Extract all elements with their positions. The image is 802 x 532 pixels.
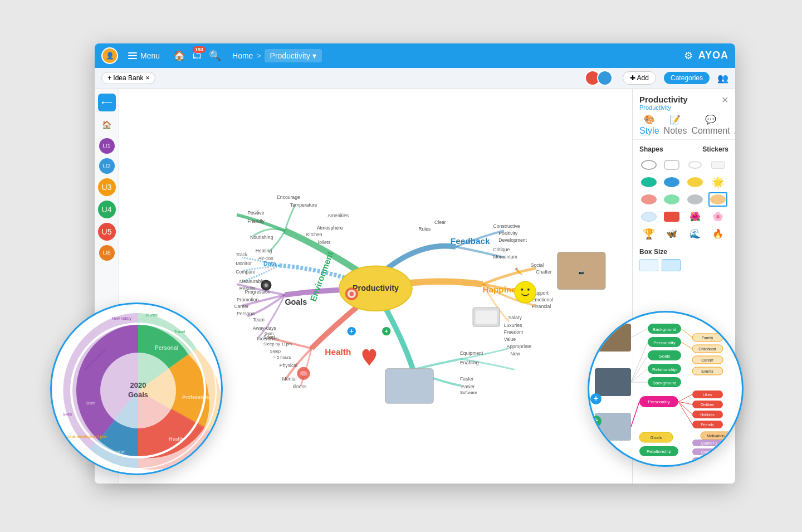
user-avatar-top[interactable]: 👤 xyxy=(101,47,118,64)
right-detail-svg: Background Personality Goals Relationshi… xyxy=(589,313,744,467)
svg-text:🧠: 🧠 xyxy=(300,370,308,378)
breadcrumb-current[interactable]: Productivity ▾ xyxy=(265,49,322,62)
svg-text:Travel: Travel xyxy=(174,330,185,334)
shape-teal-oval[interactable] xyxy=(639,175,658,189)
sidebar-home-icon[interactable]: 🏠 xyxy=(98,116,116,134)
sidebar-avatar-3[interactable]: U3 xyxy=(98,178,116,196)
svg-text:Equipment: Equipment xyxy=(460,350,483,355)
svg-text:Promotion: Promotion xyxy=(237,296,259,302)
home-nav-icon[interactable]: 🏠 xyxy=(173,50,185,62)
tab-comment[interactable]: 💬 Comment xyxy=(691,114,730,136)
shape-blue-oval[interactable] xyxy=(662,175,681,189)
svg-text:Dislikes: Dislikes xyxy=(701,403,715,407)
tasks-nav-icon[interactable]: 🗂 193 xyxy=(192,50,202,61)
svg-text:Enabling: Enabling xyxy=(460,360,479,365)
svg-text:Personality: Personality xyxy=(648,399,670,404)
sidebar-avatar-4[interactable]: U4 xyxy=(98,201,116,218)
svg-text:Compare: Compare xyxy=(236,269,256,274)
shape-pink-oval[interactable] xyxy=(639,192,658,207)
tab-notes-label: Notes xyxy=(664,126,687,136)
shape-oval-outline-3[interactable] xyxy=(686,158,705,172)
breadcrumb-home[interactable]: Home xyxy=(232,51,253,60)
search-nav-icon[interactable]: 🔍 xyxy=(209,50,221,62)
svg-text:> 5 hours: > 5 hours xyxy=(273,355,291,360)
svg-line-157 xyxy=(678,402,692,404)
shape-oval-4[interactable] xyxy=(708,158,727,172)
shape-sticker-3[interactable]: 🌸 xyxy=(708,209,727,224)
svg-text:Health: Health xyxy=(325,346,351,356)
svg-text:Appropriate: Appropriate xyxy=(507,344,532,349)
secondary-user-icon[interactable]: 👥 xyxy=(717,73,728,84)
svg-text:Illness: Illness xyxy=(293,384,306,389)
svg-text:Amenities: Amenities xyxy=(327,213,349,218)
shape-green-oval[interactable] xyxy=(662,192,681,207)
shape-red-rect[interactable] xyxy=(662,209,681,224)
sidebar-avatar-6[interactable]: U6 xyxy=(99,245,115,261)
panel-title: Productivity xyxy=(639,95,728,104)
sidebar-avatar-5[interactable]: U5 xyxy=(98,223,116,241)
breadcrumb: Home > Productivity ▾ xyxy=(232,49,322,62)
panel-tabs: 🎨 Style 📝 Notes 💬 Comment 📎 xyxy=(639,114,728,136)
style-icon: 🎨 xyxy=(644,114,655,125)
shape-oval-outline[interactable] xyxy=(639,158,658,172)
shape-sticker-2[interactable]: 🌺 xyxy=(686,209,705,224)
svg-point-69 xyxy=(527,288,530,290)
svg-text:Freedom: Freedom xyxy=(504,329,524,335)
settings-icon[interactable]: ⚙ xyxy=(684,50,693,62)
shapes-grid: 🌟 xyxy=(639,158,728,241)
shape-sticker-5[interactable]: 🦋 xyxy=(662,227,681,241)
svg-text:Critique: Critique xyxy=(493,246,510,252)
svg-text:Nourishing: Nourishing xyxy=(250,234,273,240)
svg-line-156 xyxy=(678,394,692,402)
svg-text:Easier: Easier xyxy=(461,384,475,389)
svg-text:Mental: Mental xyxy=(282,375,297,381)
add-button[interactable]: ✚ Add xyxy=(623,71,656,85)
svg-text:Development: Development xyxy=(498,237,527,243)
collaborator-avatars xyxy=(585,70,613,86)
svg-text:Personality: Personality xyxy=(653,340,676,345)
sidebar-nav-icon[interactable]: ⟵ xyxy=(98,94,116,111)
sidebar-avatar-1[interactable]: U1 xyxy=(99,138,115,154)
sidebar-avatar-2[interactable]: U2 xyxy=(99,158,115,174)
shape-peach-oval[interactable] xyxy=(708,192,727,207)
svg-text:Family: Family xyxy=(702,336,713,340)
app-wrapper: 👤 Menu 🏠 🗂 193 🔍 Home > Productiv xyxy=(50,27,752,506)
svg-text:Social: Social xyxy=(531,262,544,268)
shape-gray-oval[interactable] xyxy=(686,192,705,207)
shape-sticker-7[interactable]: 🔥 xyxy=(708,227,727,241)
menu-label: Menu xyxy=(140,51,160,60)
tab-attach-label: Attach xyxy=(735,126,735,136)
svg-rect-74 xyxy=(385,368,433,403)
tab-comment-label: Comment xyxy=(691,126,730,136)
left-circle-overlay: 2020 Goals Personal Professional Health … xyxy=(50,302,223,475)
menu-button[interactable]: Menu xyxy=(124,49,164,62)
tab-style[interactable]: 🎨 Style xyxy=(639,114,659,136)
tab-style-label: Style xyxy=(639,126,659,136)
box-size-medium[interactable] xyxy=(662,259,681,271)
svg-text:Positivity: Positivity xyxy=(498,230,518,236)
tab-attach[interactable]: 📎 Attach xyxy=(735,114,735,136)
svg-text:Quarter 1: Quarter 1 xyxy=(701,441,717,446)
svg-text:Positive: Positive xyxy=(247,210,264,216)
shape-light-blue[interactable] xyxy=(639,209,658,224)
svg-text:Sleep by 11pm: Sleep by 11pm xyxy=(263,341,292,346)
svg-text:Background: Background xyxy=(653,327,677,332)
svg-text:Friendly: Friendly xyxy=(247,218,265,223)
idea-bank-button[interactable]: + Idea Bank × xyxy=(101,72,155,84)
svg-point-68 xyxy=(521,288,523,290)
svg-line-151 xyxy=(631,342,648,382)
box-size-small[interactable] xyxy=(639,259,658,271)
ayoa-logo: AYOA xyxy=(698,50,728,61)
svg-text:Career: Career xyxy=(234,304,248,309)
shape-sticker-6[interactable]: 🌊 xyxy=(686,227,705,241)
panel-close-button[interactable]: ✕ xyxy=(721,95,728,105)
shape-sticker-1[interactable]: 🌟 xyxy=(708,175,727,189)
shape-yellow-oval[interactable] xyxy=(686,175,705,189)
categories-button[interactable]: Categories xyxy=(664,72,710,84)
tab-notes[interactable]: 📝 Notes xyxy=(664,114,687,136)
stickers-label: Stickers xyxy=(702,145,728,153)
shape-oval-outline-2[interactable] xyxy=(662,158,681,172)
hamburger-icon xyxy=(128,52,137,59)
svg-text:Sleep: Sleep xyxy=(270,348,281,353)
shape-sticker-4[interactable]: 🏆 xyxy=(639,227,658,241)
